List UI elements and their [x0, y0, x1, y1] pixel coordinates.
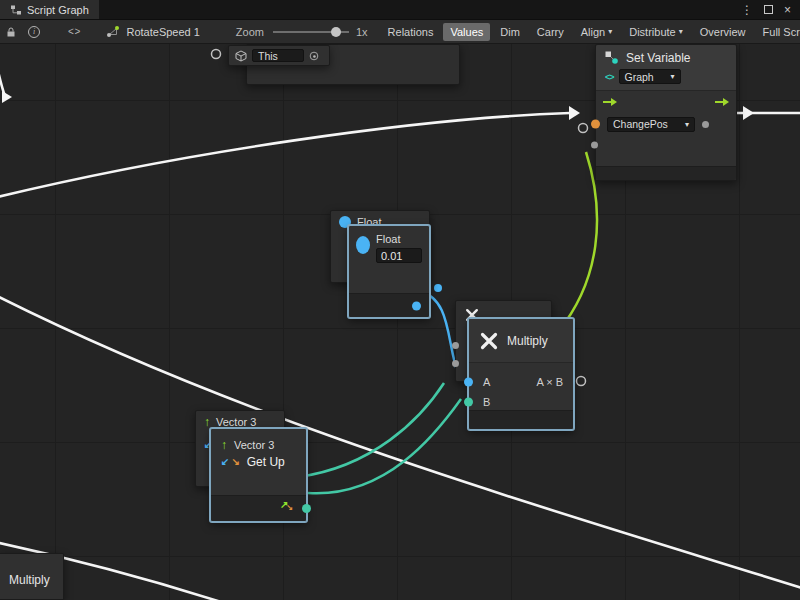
edge-flow-in: [0, 113, 570, 200]
input-a-row: A A × B: [469, 372, 573, 392]
variable-value-row: ChangePos ▾: [596, 113, 736, 135]
set-variable-footer: [596, 166, 736, 180]
flow-output-port[interactable]: [715, 98, 729, 106]
caret-down-icon: ▾: [671, 72, 675, 81]
code-preview-icon[interactable]: < >: [68, 26, 79, 37]
full-screen-button[interactable]: Full Screen: [756, 23, 800, 41]
node-float[interactable]: Float: [348, 225, 430, 318]
flow-arrowhead: [569, 106, 580, 120]
node-get-up[interactable]: ↑ Vector 3 ↙ ↘ Get Up ↗ ↘: [210, 428, 307, 522]
get-up-output-port[interactable]: [302, 504, 311, 513]
kebab-menu-icon[interactable]: ⋮: [741, 3, 753, 17]
breadcrumb-graph-name[interactable]: RotateSpeed 1: [126, 26, 199, 38]
shadow-input-port[interactable]: [452, 360, 459, 367]
flow-input-port[interactable]: [603, 98, 617, 106]
multiply-title: Multiply: [507, 334, 548, 348]
up-arrow-icon: ↑: [204, 416, 210, 428]
this-output-port[interactable]: [310, 51, 319, 60]
up-arrow-icon: ↑: [221, 439, 227, 451]
lock-icon[interactable]: [5, 26, 17, 38]
input-a-port[interactable]: [464, 378, 473, 387]
node-multiply[interactable]: Multiply A A × B B: [468, 318, 574, 430]
info-icon[interactable]: i: [28, 26, 40, 38]
node-multiply-partial[interactable]: Multiply: [0, 553, 64, 600]
variable-name-dropdown[interactable]: ChangePos ▾: [607, 117, 695, 132]
value-input-port[interactable]: [591, 120, 600, 129]
zoom-value: 1x: [356, 26, 368, 38]
tab-script-graph[interactable]: Script Graph: [0, 0, 99, 19]
input-b-port[interactable]: [464, 398, 473, 407]
relations-button-label: Relations: [388, 26, 434, 38]
multiply-icon: [479, 331, 499, 351]
set-variable-header: Set Variable <> Graph ▾: [596, 45, 736, 91]
edge-getup-to-b: [308, 399, 461, 493]
edge-getup-shadow: [298, 383, 444, 477]
overview-button-label: Overview: [700, 26, 746, 38]
values-button[interactable]: Values: [443, 23, 490, 41]
align-button[interactable]: Align▾: [574, 23, 619, 41]
variable-kind-icon: <>: [605, 72, 614, 82]
float-title: Float: [376, 233, 422, 245]
overview-button[interactable]: Overview: [693, 23, 753, 41]
dim-button-label: Dim: [500, 26, 520, 38]
caret-down-icon: ▾: [685, 120, 689, 129]
shadow-input-port[interactable]: [452, 342, 459, 349]
set-variable-icon: [604, 50, 619, 65]
flow-arrowhead: [743, 106, 754, 120]
edge-flow-corner: [0, 44, 5, 96]
graph-toolbar: i < > RotateSpeed 1 Zoom 1x Relations Va…: [0, 20, 800, 44]
full-screen-button-label: Full Screen: [763, 26, 800, 38]
edge-background-diagonal: [0, 290, 800, 592]
float-value-input[interactable]: [376, 248, 422, 263]
carry-button-label: Carry: [537, 26, 564, 38]
vector-result-icon: ↗ ↘: [280, 500, 293, 512]
float-footer: [349, 293, 429, 317]
flow-port-row: [596, 91, 736, 113]
variable-kind-label: Graph: [625, 71, 654, 83]
value-output-port[interactable]: [702, 121, 709, 128]
multiply-footer: [469, 410, 573, 429]
vector-shadow-title: Vector 3: [216, 416, 256, 428]
float-output-port[interactable]: [412, 301, 421, 310]
caret-down-icon: ▾: [608, 27, 612, 36]
zoom-slider-knob[interactable]: [331, 27, 341, 37]
extra-input-port[interactable]: [591, 142, 598, 149]
float-output-port[interactable]: [434, 284, 442, 292]
node-set-variable[interactable]: Set Variable <> Graph ▾ ChangePos ▾: [595, 44, 737, 181]
distribute-button-label: Distribute: [629, 26, 675, 38]
variable-kind-dropdown[interactable]: Graph ▾: [619, 69, 681, 84]
window-tab-bar: Script Graph ⋮ ×: [0, 0, 800, 20]
down-left-arrow-icon: ↙: [221, 457, 229, 467]
input-b-label: B: [483, 396, 490, 408]
get-up-line2: Get Up: [247, 455, 285, 469]
unconnected-port-ring[interactable]: [212, 50, 221, 59]
maximize-icon[interactable]: [764, 5, 773, 14]
zoom-slider[interactable]: [273, 31, 349, 33]
down-right-arrow-icon: ↘: [286, 504, 293, 512]
align-button-label: Align: [581, 26, 605, 38]
relations-button[interactable]: Relations: [381, 23, 441, 41]
this-target-dropdown[interactable]: This: [252, 49, 304, 62]
multiply-header: Multiply: [469, 319, 573, 363]
get-up-footer: ↗ ↘: [211, 495, 306, 521]
partial-multiply-label: Multiply: [9, 573, 50, 587]
zoom-label: Zoom: [236, 26, 264, 38]
dim-button[interactable]: Dim: [493, 23, 527, 41]
get-up-line1: Vector 3: [234, 439, 274, 451]
cube-icon: [235, 50, 247, 62]
close-icon[interactable]: ×: [784, 3, 791, 17]
carry-button[interactable]: Carry: [530, 23, 571, 41]
multiply-output-ring[interactable]: [577, 377, 586, 386]
graph-canvas[interactable]: This Set Variable <> Graph ▾: [0, 44, 800, 600]
values-button-label: Values: [450, 26, 483, 38]
down-right-arrow-icon: ↘: [231, 457, 239, 467]
node-this[interactable]: This: [228, 45, 330, 66]
graph-breadcrumb-icon: [106, 25, 120, 38]
caret-down-icon: ▾: [679, 27, 683, 36]
flow-arrowhead: [2, 91, 12, 103]
unconnected-port-ring[interactable]: [579, 124, 588, 133]
this-label: This: [258, 50, 278, 62]
distribute-button[interactable]: Distribute▾: [622, 23, 689, 41]
set-variable-title: Set Variable: [626, 51, 690, 65]
tab-label: Script Graph: [27, 4, 89, 16]
